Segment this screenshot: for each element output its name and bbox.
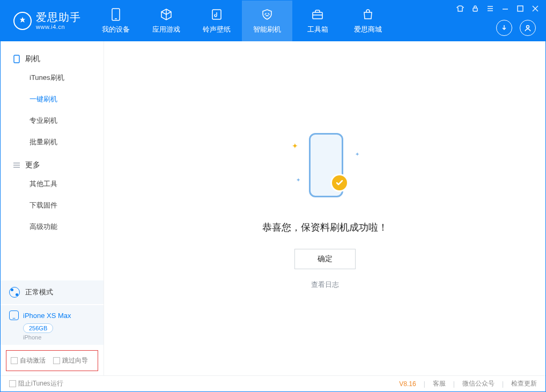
minimize-button[interactable] [500, 4, 510, 13]
lock-icon[interactable] [470, 4, 480, 13]
sidebar-item-batch-flash[interactable]: 批量刷机 [1, 131, 104, 153]
app-body: 刷机 iTunes刷机 一键刷机 专业刷机 批量刷机 更多 其他工具 下载固件 … [1, 41, 545, 375]
maximize-button[interactable] [515, 4, 525, 13]
list-icon [12, 161, 21, 169]
checkbox-auto-activate[interactable]: 自动激活 [11, 356, 46, 365]
sparkle-icon: ✦ [355, 151, 359, 157]
check-badge-icon [330, 174, 349, 192]
menu-icon[interactable] [485, 4, 495, 13]
sidebar: 刷机 iTunes刷机 一键刷机 专业刷机 批量刷机 更多 其他工具 下载固件 … [1, 41, 104, 375]
device-storage-badge: 256GB [23, 323, 53, 333]
section-label: 刷机 [25, 54, 40, 64]
mode-indicator[interactable]: 正常模式 [1, 280, 104, 304]
svg-point-12 [527, 26, 529, 28]
svg-rect-3 [313, 12, 322, 19]
tab-smart-flash[interactable]: 智能刷机 [242, 1, 292, 41]
sidebar-item-download-firmware[interactable]: 下载固件 [1, 195, 104, 216]
tshirt-icon[interactable] [455, 4, 465, 13]
download-button[interactable] [496, 20, 512, 36]
tab-label: 智能刷机 [253, 25, 281, 34]
svg-rect-13 [14, 55, 19, 63]
store-icon [361, 8, 375, 21]
device-small-icon [9, 310, 19, 320]
footer-link-support[interactable]: 客服 [433, 379, 446, 388]
tab-label: 爱思商城 [354, 25, 382, 34]
logo-icon [13, 12, 32, 30]
tab-ringtones-wallpapers[interactable]: 铃声壁纸 [191, 1, 242, 41]
checkbox-skip-guide[interactable]: 跳过向导 [53, 356, 88, 365]
svg-rect-4 [473, 8, 477, 11]
main-content: ✦ ✦ ✦ 恭喜您，保资料刷机成功啦！ 确定 查看日志 [104, 41, 545, 375]
sidebar-item-other-tools[interactable]: 其他工具 [1, 173, 104, 195]
window-controls [455, 4, 540, 13]
success-illustration: ✦ ✦ ✦ [277, 128, 373, 208]
device-type: iPhone [23, 334, 95, 341]
svg-rect-9 [518, 6, 523, 11]
tab-my-device[interactable]: 我的设备 [91, 1, 141, 41]
status-message: 恭喜您，保资料刷机成功啦！ [262, 221, 388, 234]
version-label: V8.16 [399, 380, 416, 388]
sidebar-section-more: 更多 [1, 153, 104, 173]
cube-icon [159, 8, 173, 21]
sidebar-item-advanced[interactable]: 高级功能 [1, 216, 104, 238]
view-log-link[interactable]: 查看日志 [311, 280, 339, 290]
ok-button[interactable]: 确定 [294, 249, 356, 269]
user-account-button[interactable] [520, 20, 536, 36]
sidebar-item-oneclick-flash[interactable]: 一键刷机 [1, 88, 104, 110]
device-info[interactable]: iPhone XS Max 256GB iPhone [1, 305, 104, 345]
close-button[interactable] [530, 4, 540, 13]
app-title: 爱思助手 [36, 11, 81, 24]
app-header: 爱思助手 www.i4.cn 我的设备 应用游戏 铃声壁纸 智能刷机 工具箱 爱… [1, 1, 545, 41]
app-logo: 爱思助手 www.i4.cn [1, 1, 91, 41]
tab-label: 我的设备 [102, 25, 130, 34]
header-actions [496, 20, 536, 36]
tab-label: 工具箱 [307, 25, 328, 34]
main-tabs: 我的设备 应用游戏 铃声壁纸 智能刷机 工具箱 爱思商城 [91, 1, 393, 41]
status-bar: 阻止iTunes运行 V8.16 | 客服 | 微信公众号 | 检查更新 [1, 375, 545, 391]
flash-options-highlight: 自动激活 跳过向导 [6, 350, 98, 371]
tab-store[interactable]: 爱思商城 [343, 1, 393, 41]
tab-label: 应用游戏 [152, 25, 180, 34]
section-label: 更多 [25, 160, 40, 170]
sidebar-section-flash: 刷机 [1, 47, 104, 67]
device-name: iPhone XS Max [23, 312, 71, 320]
mode-icon [9, 287, 20, 298]
shield-icon [260, 8, 274, 21]
mode-label: 正常模式 [25, 287, 53, 297]
sparkle-icon: ✦ [296, 177, 300, 183]
checkbox-block-itunes[interactable]: 阻止iTunes运行 [9, 379, 63, 388]
footer-link-update[interactable]: 检查更新 [511, 379, 537, 388]
footer-link-wechat[interactable]: 微信公众号 [462, 379, 495, 388]
toolbox-icon [311, 8, 324, 21]
tab-toolbox[interactable]: 工具箱 [292, 1, 343, 41]
tab-label: 铃声壁纸 [203, 25, 231, 34]
sidebar-item-pro-flash[interactable]: 专业刷机 [1, 110, 104, 131]
phone-outline-icon [12, 55, 21, 63]
sparkle-icon: ✦ [292, 142, 298, 150]
sidebar-item-itunes-flash[interactable]: iTunes刷机 [1, 67, 104, 88]
device-icon [109, 8, 123, 21]
tab-apps-games[interactable]: 应用游戏 [141, 1, 191, 41]
app-subtitle: www.i4.cn [36, 24, 81, 31]
music-icon [210, 8, 224, 21]
